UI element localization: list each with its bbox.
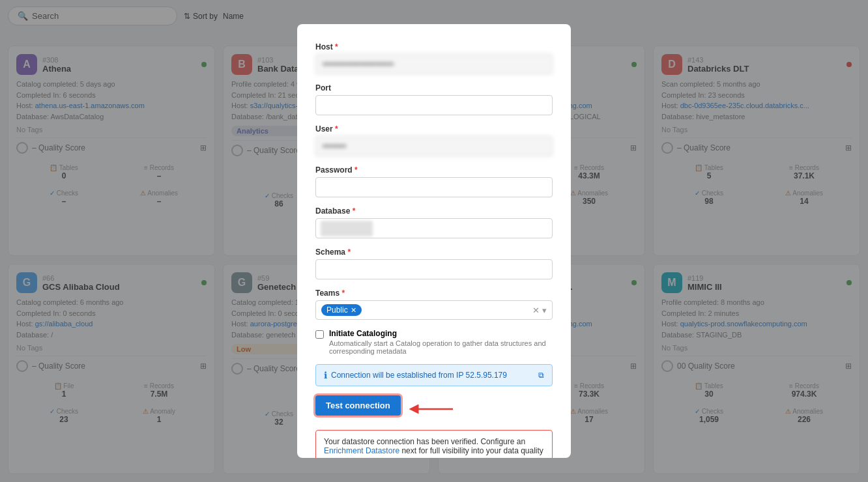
success-message-box: Your datastore connection has been verif… xyxy=(315,430,553,458)
test-connection-row: Test connection xyxy=(315,395,553,422)
password-input[interactable] xyxy=(315,177,553,197)
schema-field: Schema * xyxy=(315,248,553,279)
port-field: Port xyxy=(315,83,553,115)
host-input[interactable] xyxy=(315,54,553,74)
password-label: Password * xyxy=(315,165,553,175)
database-field: Database * xyxy=(315,206,553,238)
ip-info-box: ℹ Connection will be established from IP… xyxy=(315,364,553,386)
arrow-svg xyxy=(407,404,459,414)
host-field: Host * xyxy=(315,42,553,74)
host-required-star: * xyxy=(335,42,338,51)
connection-modal: Host * Port User * Password * xyxy=(297,24,571,458)
schema-input[interactable] xyxy=(315,259,553,279)
schema-label: Schema * xyxy=(315,248,553,257)
host-label: Host * xyxy=(315,42,553,51)
test-connection-button[interactable]: Test connection xyxy=(315,395,401,416)
initiate-cataloging-row: Initiate Cataloging Automatically start … xyxy=(315,329,553,355)
ip-info-text: Connection will be established from IP 5… xyxy=(331,371,507,380)
user-label: User * xyxy=(315,124,553,134)
port-label: Port xyxy=(315,83,553,92)
teams-required-star: * xyxy=(341,289,345,298)
user-input[interactable] xyxy=(315,136,553,156)
database-required-star: * xyxy=(353,206,356,216)
clear-teams-icon[interactable]: ✕ xyxy=(532,305,540,315)
success-text-2: next for full visibility into your data … xyxy=(399,446,543,455)
database-label: Database * xyxy=(315,206,553,216)
info-icon: ℹ xyxy=(324,370,327,380)
copy-icon[interactable]: ⧉ xyxy=(538,371,544,380)
password-required-star: * xyxy=(354,165,358,175)
remove-tag-icon[interactable]: ✕ xyxy=(351,306,356,315)
success-text-1: Your datastore connection has been verif… xyxy=(324,437,525,446)
teams-field: Teams * Public ✕ ✕ ▾ xyxy=(315,289,553,320)
dropdown-chevron-icon[interactable]: ▾ xyxy=(542,305,547,315)
arrow-indicator xyxy=(407,404,459,414)
user-field: User * xyxy=(315,124,553,156)
enrichment-link[interactable]: Enrichment Datastore xyxy=(324,446,399,455)
public-tag: Public ✕ xyxy=(321,304,362,316)
user-required-star: * xyxy=(335,124,338,134)
modal-overlay: Host * Port User * Password * xyxy=(0,0,868,482)
password-field: Password * xyxy=(315,165,553,197)
schema-required-star: * xyxy=(347,248,351,257)
teams-controls: ✕ ▾ xyxy=(532,305,547,315)
initiate-cataloging-checkbox[interactable] xyxy=(315,330,324,339)
teams-label: Teams * xyxy=(315,289,553,298)
teams-input[interactable]: Public ✕ ✕ ▾ xyxy=(315,300,553,320)
port-input[interactable] xyxy=(315,95,553,115)
initiate-cataloging-label: Initiate Cataloging Automatically start … xyxy=(329,329,553,355)
ip-info-left: ℹ Connection will be established from IP… xyxy=(324,370,507,380)
